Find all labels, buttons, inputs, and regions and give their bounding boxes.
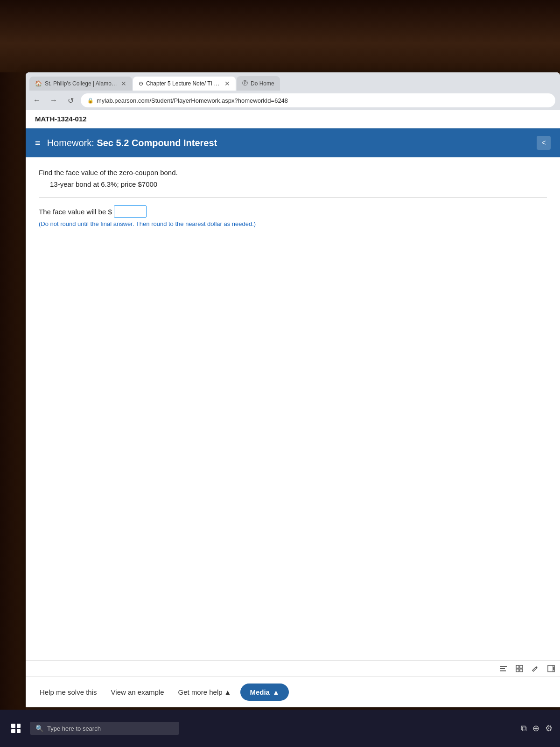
get-more-help-arrow: ▲ bbox=[224, 688, 231, 696]
question-instructions: Find the face value of the zero-coupon b… bbox=[39, 169, 547, 176]
taskbar: 🔍 Type here to search ⧉ ⊕ ⚙ bbox=[0, 710, 560, 747]
svg-rect-3 bbox=[516, 665, 519, 668]
grid-toolbar-icon[interactable] bbox=[515, 664, 524, 673]
taskbar-search-text: Type here to search bbox=[47, 725, 101, 732]
media-arrow: ▲ bbox=[273, 688, 280, 696]
top-bezel bbox=[0, 0, 560, 72]
task-view-icon[interactable]: ⧉ bbox=[521, 724, 527, 733]
tab-3-icon: Ⓟ bbox=[242, 79, 248, 87]
answer-label-prefix: The face value will be $ bbox=[39, 208, 112, 216]
tab-1[interactable]: 🏠 St. Philip's College | Alamo Colles ✕ bbox=[29, 77, 132, 91]
course-title: MATH-1324-012 bbox=[35, 115, 87, 123]
get-more-help-label: Get more help bbox=[178, 688, 223, 696]
homework-header: ≡ Homework: Sec 5.2 Compound Interest < bbox=[26, 128, 560, 157]
media-button[interactable]: Media ▲ bbox=[240, 684, 288, 701]
homework-title-main: Sec 5.2 Compound Interest bbox=[97, 138, 217, 148]
taskbar-right: ⧉ ⊕ ⚙ bbox=[521, 723, 553, 733]
panel-icon bbox=[547, 664, 555, 673]
start-square-2 bbox=[17, 724, 21, 728]
answer-input[interactable] bbox=[114, 205, 147, 218]
start-square-3 bbox=[11, 729, 15, 733]
svg-rect-0 bbox=[500, 666, 507, 667]
help-solve-link[interactable]: Help me solve this bbox=[35, 685, 102, 699]
hamburger-icon[interactable]: ≡ bbox=[35, 138, 41, 148]
settings-taskbar-icon[interactable]: ⚙ bbox=[545, 723, 553, 733]
list-icon bbox=[499, 664, 508, 673]
bottom-action-bar: Help me solve this View an example Get m… bbox=[26, 677, 560, 707]
tab-1-title: St. Philip's College | Alamo Colles bbox=[45, 80, 118, 87]
svg-rect-7 bbox=[548, 665, 554, 672]
tab-2-title: Chapter 5 Lecture Note/ TI 84 Fin bbox=[146, 80, 222, 87]
url-text: mylab.pearson.com/Student/PlayerHomework… bbox=[97, 97, 288, 104]
start-button[interactable] bbox=[7, 720, 24, 737]
browser-window: 🏠 St. Philip's College | Alamo Colles ✕ … bbox=[26, 72, 560, 707]
lock-icon: 🔒 bbox=[87, 98, 94, 104]
get-more-help-button[interactable]: Get more help ▲ bbox=[174, 685, 236, 699]
forward-button[interactable]: → bbox=[47, 94, 60, 107]
chevron-right-button[interactable]: < bbox=[537, 136, 551, 150]
tab-1-close[interactable]: ✕ bbox=[121, 80, 126, 87]
bottom-icons-row bbox=[26, 660, 560, 677]
svg-rect-4 bbox=[520, 665, 523, 668]
svg-rect-1 bbox=[500, 668, 505, 669]
tab-bar: 🏠 St. Philip's College | Alamo Colles ✕ … bbox=[26, 72, 560, 91]
svg-rect-2 bbox=[500, 670, 506, 671]
question-section: Find the face value of the zero-coupon b… bbox=[39, 169, 547, 649]
windows-start-icon bbox=[11, 724, 21, 733]
tab-3-title: Do Home bbox=[251, 80, 274, 87]
svg-rect-6 bbox=[520, 669, 523, 672]
tab-1-icon: 🏠 bbox=[35, 80, 42, 87]
browser-chrome: 🏠 St. Philip's College | Alamo Colles ✕ … bbox=[26, 72, 560, 110]
tab-2[interactable]: ⊙ Chapter 5 Lecture Note/ TI 84 Fin ✕ bbox=[133, 77, 236, 91]
edit-icon bbox=[531, 664, 539, 673]
address-bar[interactable]: 🔒 mylab.pearson.com/Student/PlayerHomewo… bbox=[81, 93, 555, 107]
left-bezel bbox=[0, 72, 26, 710]
media-label: Media bbox=[250, 688, 270, 696]
answer-row: The face value will be $ bbox=[39, 205, 547, 218]
start-square-1 bbox=[11, 724, 15, 728]
edit-toolbar-icon[interactable] bbox=[531, 664, 539, 673]
homework-header-left: ≡ Homework: Sec 5.2 Compound Interest bbox=[35, 138, 217, 148]
list-toolbar-icon[interactable] bbox=[499, 664, 508, 673]
main-content: Find the face value of the zero-coupon b… bbox=[26, 157, 560, 660]
address-bar-row: ← → ↺ 🔒 mylab.pearson.com/Student/Player… bbox=[26, 91, 560, 110]
taskbar-search[interactable]: 🔍 Type here to search bbox=[30, 722, 179, 735]
homework-title-prefix: Homework: bbox=[47, 138, 97, 148]
search-icon: 🔍 bbox=[35, 725, 43, 732]
page-header: MATH-1324-012 bbox=[26, 110, 560, 128]
homework-title: Homework: Sec 5.2 Compound Interest bbox=[47, 138, 217, 148]
refresh-button[interactable]: ↺ bbox=[64, 94, 77, 107]
back-button[interactable]: ← bbox=[30, 94, 43, 107]
tab-2-icon: ⊙ bbox=[139, 80, 143, 87]
view-example-link[interactable]: View an example bbox=[106, 685, 169, 699]
question-detail: 13-year bond at 6.3%; price $7000 bbox=[50, 180, 547, 188]
panel-toolbar-icon[interactable] bbox=[547, 664, 555, 673]
tab-2-close[interactable]: ✕ bbox=[224, 80, 230, 87]
svg-rect-5 bbox=[516, 669, 519, 672]
chrome-taskbar-icon[interactable]: ⊕ bbox=[532, 723, 539, 733]
start-square-4 bbox=[17, 729, 21, 733]
tab-3[interactable]: Ⓟ Do Home bbox=[237, 76, 280, 91]
divider bbox=[39, 197, 547, 198]
answer-note: (Do not round until the final answer. Th… bbox=[39, 220, 547, 227]
grid-icon bbox=[515, 664, 524, 673]
